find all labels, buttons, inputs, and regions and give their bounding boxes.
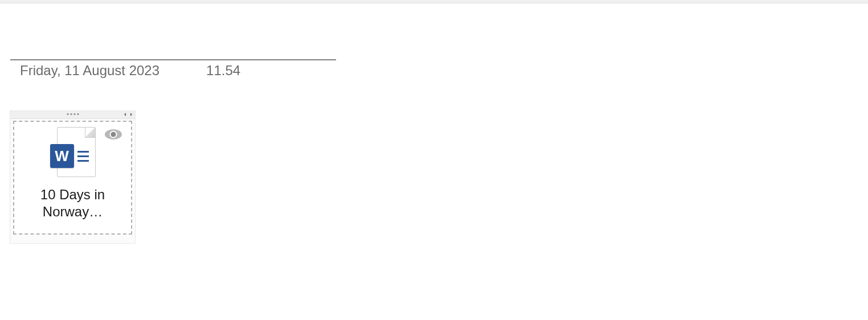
preview-eye-icon[interactable]: [104, 128, 123, 143]
document-lines-icon: [77, 151, 89, 162]
attachment-container: W 10 Days in Norway…: [10, 110, 136, 244]
svg-point-4: [111, 132, 116, 137]
svg-marker-1: [130, 113, 132, 116]
header-divider: [10, 59, 336, 60]
attachment-nav-arrows: [122, 112, 134, 117]
note-time: 11.54: [206, 63, 240, 79]
attachment-header-bar: [10, 111, 135, 119]
note-date-row: Friday, 11 August 2023 11.54: [20, 63, 240, 79]
attachment-file-name: 10 Days in Norway…: [22, 186, 124, 220]
attachment-item[interactable]: W 10 Days in Norway…: [13, 121, 132, 235]
word-badge-icon: W: [50, 144, 74, 168]
nav-next-icon[interactable]: [128, 112, 134, 117]
svg-marker-0: [124, 113, 126, 116]
word-file-icon: W: [50, 125, 96, 179]
nav-prev-icon[interactable]: [122, 112, 128, 117]
note-date: Friday, 11 August 2023: [20, 63, 159, 79]
note-content-area: Friday, 11 August 2023 11.54: [0, 3, 868, 320]
drag-handle-icon[interactable]: [67, 113, 79, 115]
